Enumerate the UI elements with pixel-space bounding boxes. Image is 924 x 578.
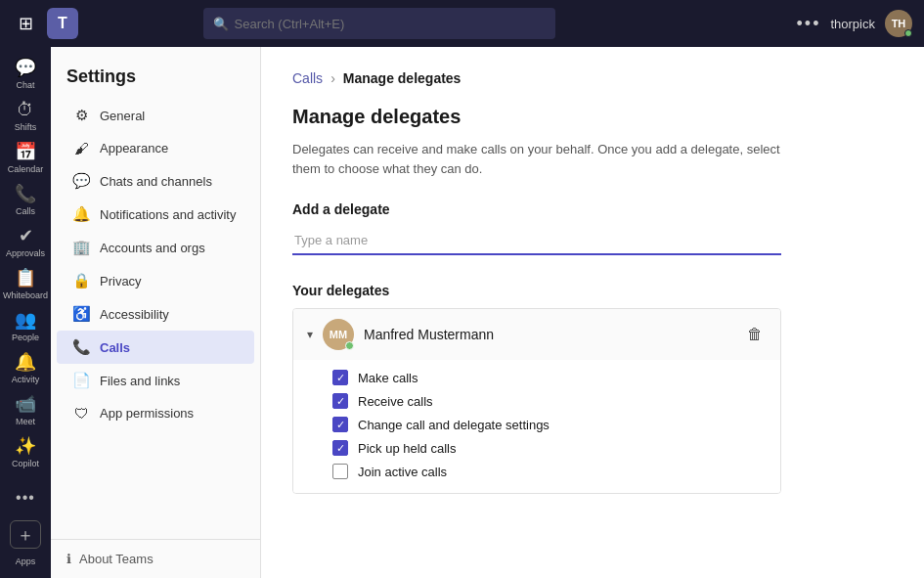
teams-logo: T bbox=[47, 8, 78, 39]
perm-join-active: Join active calls bbox=[332, 464, 767, 479]
sidebar-label-appearance: Appearance bbox=[100, 141, 168, 156]
sidebar-item-files-links[interactable]: 📄 Files and links bbox=[57, 364, 254, 397]
people-label: People bbox=[12, 333, 39, 342]
accessibility-icon: ♿ bbox=[72, 305, 90, 323]
perm-change-settings-checkbox[interactable]: ✓ bbox=[332, 417, 348, 432]
activity-label: Activity bbox=[12, 375, 40, 384]
calls-label: Calls bbox=[16, 206, 35, 216]
nav-item-activity[interactable]: 🔔 Activity bbox=[4, 349, 47, 387]
breadcrumb-separator: › bbox=[330, 70, 335, 86]
perm-make-calls-checkbox[interactable]: ✓ bbox=[332, 370, 348, 385]
delete-delegate-button[interactable]: 🗑 bbox=[743, 324, 767, 345]
sidebar-label-files-links: Files and links bbox=[100, 374, 180, 388]
sidebar-item-accounts[interactable]: 🏢 Accounts and orgs bbox=[57, 231, 254, 264]
add-delegate-input[interactable] bbox=[292, 227, 781, 255]
sidebar-label-app-permissions: App permissions bbox=[100, 406, 194, 421]
nav-item-approvals[interactable]: ✔ Approvals bbox=[4, 223, 47, 261]
sidebar-item-accessibility[interactable]: ♿ Accessibility bbox=[57, 297, 254, 331]
nav-item-people[interactable]: 👥 People bbox=[4, 307, 47, 345]
whiteboard-label: Whiteboard bbox=[3, 290, 48, 300]
calls-icon: 📞 bbox=[15, 183, 36, 204]
perm-join-active-label: Join active calls bbox=[358, 465, 447, 479]
perm-receive-calls-checkbox[interactable]: ✓ bbox=[332, 393, 348, 409]
people-icon: 👥 bbox=[15, 309, 36, 331]
topbar: ⊞ T 🔍 ••• thorpick TH bbox=[0, 0, 924, 47]
perm-change-settings: ✓ Change call and delegate settings bbox=[332, 417, 767, 432]
avatar-initials: TH bbox=[892, 18, 906, 29]
privacy-icon: 🔒 bbox=[72, 272, 90, 289]
sidebar-label-privacy: Privacy bbox=[100, 274, 142, 289]
plus-icon: ＋ bbox=[17, 523, 34, 547]
chat-icon: 💬 bbox=[15, 57, 36, 78]
sidebar-item-calls[interactable]: 📞 Calls bbox=[57, 331, 254, 364]
sidebar-item-privacy[interactable]: 🔒 Privacy bbox=[57, 264, 254, 297]
nav-item-calls[interactable]: 📞 Calls bbox=[4, 181, 47, 219]
sidebar-item-notifications[interactable]: 🔔 Notifications and activity bbox=[57, 198, 254, 231]
your-delegates-label: Your delegates bbox=[292, 283, 893, 298]
search-bar[interactable]: 🔍 bbox=[203, 8, 555, 39]
delegate-avatar: MM bbox=[323, 319, 354, 350]
sidebar-item-app-permissions[interactable]: 🛡 App permissions bbox=[57, 397, 254, 429]
sidebar-item-general[interactable]: ⚙ General bbox=[57, 99, 254, 132]
sidebar-label-accessibility: Accessibility bbox=[100, 307, 169, 322]
sidebar-item-appearance[interactable]: 🖌 Appearance bbox=[57, 132, 254, 164]
page-title: Manage delegates bbox=[292, 106, 893, 128]
accounts-icon: 🏢 bbox=[72, 239, 90, 256]
delegate-initials: MM bbox=[330, 329, 347, 340]
about-label: About Teams bbox=[79, 552, 154, 566]
copilot-label: Copilot bbox=[12, 459, 39, 468]
sidebar-label-chats-channels: Chats and channels bbox=[100, 174, 212, 189]
chats-channels-icon: 💬 bbox=[72, 172, 90, 190]
waffle-icon[interactable]: ⊞ bbox=[12, 10, 39, 37]
activity-icon: 🔔 bbox=[15, 351, 36, 373]
nav-more[interactable]: ••• bbox=[4, 479, 47, 517]
perm-pickup-held-label: Pick up held calls bbox=[358, 441, 456, 456]
search-input[interactable] bbox=[235, 17, 546, 31]
sidebar-label-notifications: Notifications and activity bbox=[100, 207, 236, 222]
page-description: Delegates can receive and make calls on … bbox=[292, 140, 801, 178]
add-delegate-label: Add a delegate bbox=[292, 201, 893, 217]
whiteboard-icon: 📋 bbox=[15, 267, 36, 289]
shifts-icon: ⏱ bbox=[17, 100, 34, 120]
username-label: thorpick bbox=[830, 17, 875, 31]
breadcrumb-parent[interactable]: Calls bbox=[292, 70, 323, 86]
shifts-label: Shifts bbox=[15, 122, 37, 132]
sidebar-label-calls: Calls bbox=[100, 340, 130, 355]
app-permissions-icon: 🛡 bbox=[72, 405, 90, 422]
nav-item-calendar[interactable]: 📅 Calendar bbox=[4, 139, 47, 177]
delegate-card: ▾ MM Manfred Mustermann 🗑 ✓ Make calls ✓… bbox=[292, 308, 781, 494]
nav-item-whiteboard[interactable]: 📋 Whiteboard bbox=[4, 265, 47, 303]
delegate-header[interactable]: ▾ MM Manfred Mustermann 🗑 bbox=[293, 309, 780, 360]
delegate-permissions: ✓ Make calls ✓ Receive calls ✓ Change ca… bbox=[293, 360, 780, 493]
calendar-icon: 📅 bbox=[15, 141, 36, 162]
nav-item-shifts[interactable]: ⏱ Shifts bbox=[4, 97, 47, 135]
perm-pickup-held: ✓ Pick up held calls bbox=[332, 440, 767, 456]
about-teams-item[interactable]: ℹ About Teams bbox=[66, 552, 244, 566]
calls-settings-icon: 📞 bbox=[72, 338, 90, 356]
info-icon: ℹ bbox=[66, 552, 71, 566]
perm-make-calls-label: Make calls bbox=[358, 371, 418, 385]
avatar[interactable]: TH bbox=[885, 10, 912, 37]
meet-icon: 📹 bbox=[15, 393, 36, 415]
breadcrumb: Calls › Manage delegates bbox=[292, 70, 893, 86]
notifications-icon: 🔔 bbox=[72, 205, 90, 223]
nav-item-chat[interactable]: 💬 Chat bbox=[4, 55, 47, 93]
perm-join-active-checkbox[interactable] bbox=[332, 464, 348, 479]
perm-pickup-held-checkbox[interactable]: ✓ bbox=[332, 440, 348, 456]
left-nav: 💬 Chat ⏱ Shifts 📅 Calendar 📞 Calls ✔ App… bbox=[0, 47, 51, 578]
perm-receive-calls-label: Receive calls bbox=[358, 394, 433, 409]
sidebar-label-general: General bbox=[100, 109, 145, 123]
chat-label: Chat bbox=[16, 80, 34, 90]
nav-item-copilot[interactable]: ✨ Copilot bbox=[4, 433, 47, 471]
files-links-icon: 📄 bbox=[72, 372, 90, 389]
search-icon: 🔍 bbox=[213, 17, 229, 31]
apps-label: Apps bbox=[16, 556, 36, 566]
copilot-icon: ✨ bbox=[15, 435, 36, 457]
content-area: Calls › Manage delegates Manage delegate… bbox=[261, 47, 924, 578]
breadcrumb-current: Manage delegates bbox=[343, 70, 462, 86]
delegate-online-dot bbox=[345, 341, 354, 350]
topbar-more-icon[interactable]: ••• bbox=[797, 14, 821, 34]
nav-item-meet[interactable]: 📹 Meet bbox=[4, 391, 47, 429]
sidebar-item-chats-channels[interactable]: 💬 Chats and channels bbox=[57, 164, 254, 198]
add-apps-button[interactable]: ＋ bbox=[10, 520, 41, 549]
